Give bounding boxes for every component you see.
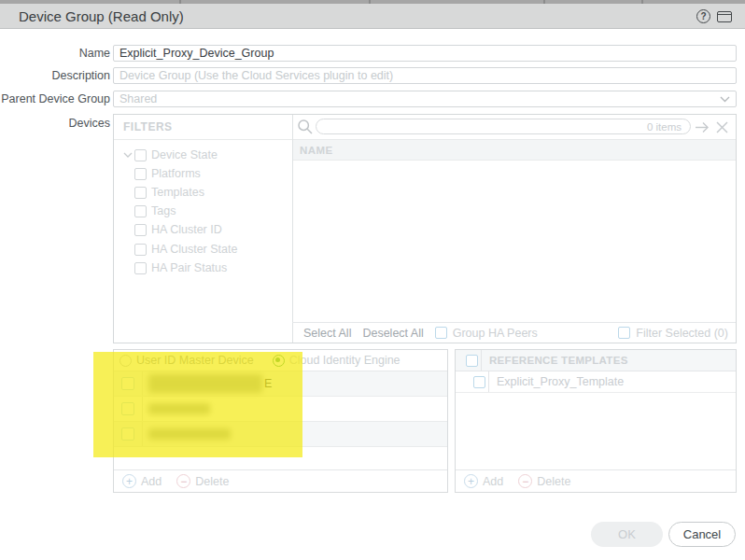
device-row-checkbox[interactable] (121, 377, 134, 390)
master-device-panel-footer: + Add − Delete (114, 469, 447, 492)
select-all-templates-checkbox[interactable] (466, 355, 478, 367)
filter-selected-checkbox[interactable] (618, 327, 630, 339)
filter-item-device-state[interactable]: Device State (114, 146, 291, 164)
minus-circle-icon: − (176, 474, 190, 488)
device-list-footer: Select All Deselect All Group HA Peers F… (292, 322, 736, 343)
cloud-identity-engine-label: Cloud Identity Engine (289, 354, 401, 367)
ok-button[interactable]: OK (591, 522, 663, 547)
help-icon[interactable]: ? (696, 9, 710, 23)
name-label: Name (0, 45, 110, 62)
cloud-identity-engine-radio[interactable] (273, 355, 285, 367)
device-row-checkbox[interactable] (121, 427, 134, 441)
deselect-all-link[interactable]: Deselect All (362, 327, 423, 340)
group-ha-peers-label: Group HA Peers (453, 327, 538, 340)
filter-checkbox[interactable] (134, 149, 147, 161)
item-count-badge: 0 items (647, 121, 682, 133)
devices-label: Devices (0, 115, 110, 132)
filter-checkbox[interactable] (134, 168, 147, 180)
reference-templates-title: REFERENCE TEMPLATES (489, 355, 628, 366)
redacted-device-name (148, 428, 231, 440)
search-input[interactable]: 0 items (316, 119, 691, 134)
user-id-master-device-label: User ID Master Device (136, 354, 254, 367)
search-icon (297, 119, 314, 135)
parent-device-group-value: Shared (119, 92, 720, 105)
plus-circle-icon: + (122, 474, 136, 488)
template-row-checkbox[interactable] (473, 376, 485, 388)
description-input[interactable] (113, 67, 737, 84)
filter-selected-label: Filter Selected (0) (636, 327, 728, 340)
description-label: Description (0, 67, 110, 84)
user-id-master-device-radio[interactable] (119, 355, 132, 367)
template-name: Explicit_Proxy_Template (497, 375, 624, 388)
reference-templates-footer: + Add − Delete (456, 469, 736, 492)
device-row[interactable] (114, 397, 447, 422)
chevron-down-icon (720, 96, 730, 103)
filter-item-platforms[interactable]: Platforms (114, 164, 291, 183)
device-row[interactable] (114, 422, 447, 447)
clear-filter-x-icon[interactable] (716, 121, 728, 133)
filters-header: FILTERS (123, 115, 173, 139)
name-input[interactable] (113, 45, 737, 62)
devices-selector: FILTERS Device State Platforms Templates… (113, 114, 737, 343)
reference-templates-panel: REFERENCE TEMPLATES Explicit_Proxy_Templ… (455, 349, 737, 493)
group-ha-peers-checkbox[interactable] (435, 327, 447, 339)
filter-checkbox[interactable] (134, 244, 147, 256)
add-button[interactable]: + Add (464, 474, 503, 488)
filter-checkbox[interactable] (134, 224, 147, 236)
filter-item-tags[interactable]: Tags (114, 202, 291, 220)
minus-circle-icon: − (518, 474, 532, 488)
chevron-down-icon[interactable] (121, 152, 134, 158)
device-row[interactable]: E (114, 371, 447, 397)
parent-device-group-label: Parent Device Group (0, 91, 110, 107)
device-search-row: 0 items (293, 115, 736, 139)
template-row[interactable]: Explicit_Proxy_Template (456, 371, 736, 393)
plus-circle-icon: + (464, 474, 478, 488)
filter-checkbox[interactable] (134, 205, 147, 217)
filter-item-ha-pair-status[interactable]: HA Pair Status (114, 259, 291, 277)
master-device-panel: User ID Master Device Cloud Identity Eng… (113, 349, 448, 493)
cancel-button[interactable]: Cancel (668, 522, 736, 547)
filter-item-templates[interactable]: Templates (114, 183, 291, 202)
filter-item-ha-cluster-id[interactable]: HA Cluster ID (114, 220, 291, 239)
select-all-link[interactable]: Select All (303, 327, 351, 340)
dialog-titlebar: Device Group (Read Only) ? (0, 4, 745, 29)
redacted-device-name (148, 403, 210, 414)
device-list-name-header: NAME (293, 140, 736, 161)
add-button[interactable]: + Add (122, 474, 162, 488)
dialog-title: Device Group (Read Only) (19, 8, 184, 24)
filter-item-ha-cluster-state[interactable]: HA Cluster State (114, 240, 291, 259)
parent-device-group-select[interactable]: Shared (113, 91, 737, 107)
window-icon[interactable] (717, 11, 732, 22)
master-device-radio-row: User ID Master Device Cloud Identity Eng… (114, 350, 447, 371)
apply-filter-arrow-icon[interactable] (695, 121, 710, 133)
device-group-dialog: Device Group (Read Only) ? Name Descript… (0, 0, 745, 560)
delete-button[interactable]: − Delete (518, 474, 570, 488)
delete-button[interactable]: − Delete (176, 474, 229, 488)
redacted-device-name (148, 374, 262, 393)
reference-templates-header: REFERENCE TEMPLATES (456, 350, 736, 371)
filter-checkbox[interactable] (134, 187, 147, 199)
filter-checkbox[interactable] (134, 262, 147, 274)
device-row-checkbox[interactable] (121, 402, 134, 415)
